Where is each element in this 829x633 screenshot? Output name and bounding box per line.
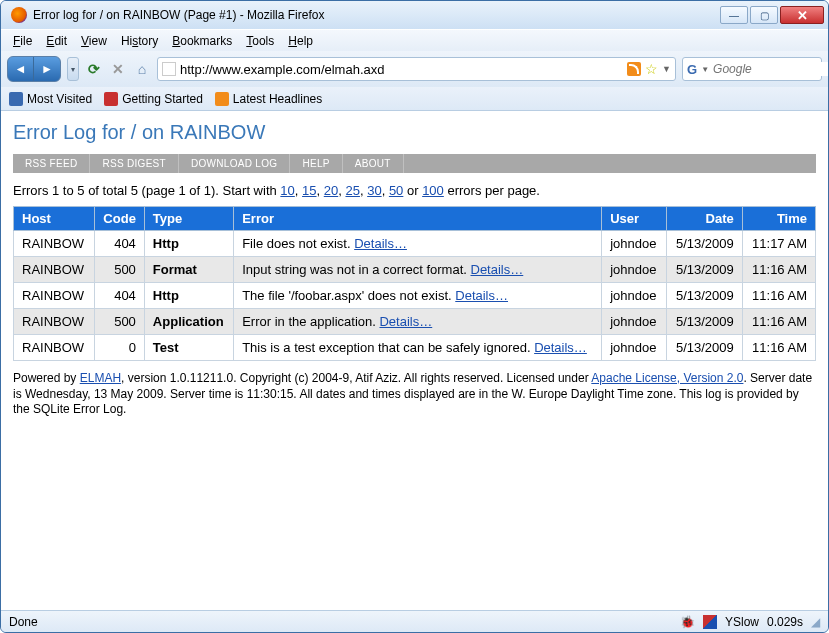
navigation-toolbar: ◄ ► ▾ ⟳ ✕ ⌂ ☆ ▼ G ▼ <box>1 51 828 87</box>
getting-started-icon <box>104 92 118 106</box>
page-size-30[interactable]: 30 <box>367 183 381 198</box>
download-log-link[interactable]: DOWNLOAD LOG <box>179 154 290 173</box>
close-button[interactable]: ✕ <box>780 6 824 24</box>
window-title: Error log for / on RAINBOW (Page #1) - M… <box>33 8 720 22</box>
nav-backforward: ◄ ► <box>7 56 61 82</box>
cell-date: 5/13/2009 <box>666 257 742 283</box>
minimize-button[interactable]: — <box>720 6 748 24</box>
home-button[interactable]: ⌂ <box>133 60 151 78</box>
yslow-icon[interactable] <box>703 615 717 629</box>
search-engine-dropdown-icon[interactable]: ▼ <box>701 65 709 74</box>
about-link[interactable]: ABOUT <box>343 154 404 173</box>
page-size-100[interactable]: 100 <box>422 183 444 198</box>
table-header-row: Host Code Type Error User Date Time <box>14 207 816 231</box>
cell-code: 404 <box>94 231 144 257</box>
resize-grip-icon[interactable]: ◢ <box>811 615 820 629</box>
page-size-50[interactable]: 50 <box>389 183 403 198</box>
menu-edit[interactable]: Edit <box>40 32 73 50</box>
cell-date: 5/13/2009 <box>666 283 742 309</box>
cell-time: 11:16 AM <box>742 309 815 335</box>
reload-button[interactable]: ⟳ <box>85 60 103 78</box>
details-link[interactable]: Details… <box>455 288 508 303</box>
menu-file[interactable]: File <box>7 32 38 50</box>
bookmark-most-visited[interactable]: Most Visited <box>9 92 92 106</box>
bookmark-star-icon[interactable]: ☆ <box>645 61 658 77</box>
cell-error: The file '/foobar.aspx' does not exist. … <box>234 283 602 309</box>
col-code: Code <box>94 207 144 231</box>
col-user: User <box>602 207 666 231</box>
col-time: Time <box>742 207 815 231</box>
statusbar: Done 🐞 YSlow 0.029s ◢ <box>1 610 828 632</box>
page-size-25[interactable]: 25 <box>345 183 359 198</box>
page-size-15[interactable]: 15 <box>302 183 316 198</box>
col-type: Type <box>144 207 233 231</box>
cell-user: johndoe <box>602 309 666 335</box>
error-table: Host Code Type Error User Date Time RAIN… <box>13 206 816 361</box>
menu-view[interactable]: View <box>75 32 113 50</box>
cell-host: RAINBOW <box>14 231 95 257</box>
search-input[interactable] <box>713 62 829 76</box>
pager: Errors 1 to 5 of total 5 (page 1 of 1). … <box>13 183 816 198</box>
license-link[interactable]: Apache License, Version 2.0 <box>591 371 743 385</box>
rss-digest-link[interactable]: RSS DIGEST <box>90 154 179 173</box>
url-input[interactable] <box>180 62 623 77</box>
cell-error: Input string was not in a correct format… <box>234 257 602 283</box>
elmah-link[interactable]: ELMAH <box>80 371 121 385</box>
cell-user: johndoe <box>602 335 666 361</box>
page-title: Error Log for / on RAINBOW <box>13 121 816 144</box>
cell-error: This is a test exception that can be saf… <box>234 335 602 361</box>
cell-type: Http <box>144 231 233 257</box>
menu-history[interactable]: History <box>115 32 164 50</box>
firebug-icon[interactable]: 🐞 <box>680 615 695 629</box>
menu-bookmarks[interactable]: Bookmarks <box>166 32 238 50</box>
cell-host: RAINBOW <box>14 309 95 335</box>
details-link[interactable]: Details… <box>471 262 524 277</box>
url-bar[interactable]: ☆ ▼ <box>157 57 676 81</box>
page-size-10[interactable]: 10 <box>280 183 294 198</box>
help-link[interactable]: HELP <box>290 154 342 173</box>
cell-host: RAINBOW <box>14 335 95 361</box>
page-size-20[interactable]: 20 <box>324 183 338 198</box>
forward-button[interactable]: ► <box>34 57 60 81</box>
url-dropdown-icon[interactable]: ▼ <box>662 64 671 74</box>
cell-time: 11:17 AM <box>742 231 815 257</box>
details-link[interactable]: Details… <box>379 314 432 329</box>
cell-code: 0 <box>94 335 144 361</box>
nav-history-dropdown[interactable]: ▾ <box>67 57 79 81</box>
most-visited-icon <box>9 92 23 106</box>
cell-date: 5/13/2009 <box>666 231 742 257</box>
cell-error: File does not exist. Details… <box>234 231 602 257</box>
cell-type: Application <box>144 309 233 335</box>
cell-error: Error in the application. Details… <box>234 309 602 335</box>
bookmark-latest-headlines[interactable]: Latest Headlines <box>215 92 322 106</box>
search-bar[interactable]: G ▼ <box>682 57 822 81</box>
cell-type: Test <box>144 335 233 361</box>
stop-button[interactable]: ✕ <box>109 60 127 78</box>
cell-type: Http <box>144 283 233 309</box>
table-row: RAINBOW404HttpFile does not exist. Detai… <box>14 231 816 257</box>
rss-feed-link[interactable]: RSS FEED <box>13 154 90 173</box>
table-body: RAINBOW404HttpFile does not exist. Detai… <box>14 231 816 361</box>
google-icon: G <box>687 62 697 77</box>
bookmark-getting-started[interactable]: Getting Started <box>104 92 203 106</box>
cell-code: 500 <box>94 309 144 335</box>
back-button[interactable]: ◄ <box>8 57 34 81</box>
cell-code: 500 <box>94 257 144 283</box>
cell-type: Format <box>144 257 233 283</box>
titlebar: Error log for / on RAINBOW (Page #1) - M… <box>1 1 828 29</box>
footer: Powered by ELMAH, version 1.0.11211.0. C… <box>13 371 816 418</box>
window-buttons: — ▢ ✕ <box>720 6 824 24</box>
yslow-label[interactable]: YSlow <box>725 615 759 629</box>
details-link[interactable]: Details… <box>354 236 407 251</box>
menu-tools[interactable]: Tools <box>240 32 280 50</box>
rss-icon[interactable] <box>627 62 641 76</box>
maximize-button[interactable]: ▢ <box>750 6 778 24</box>
details-link[interactable]: Details… <box>534 340 587 355</box>
toolstrip: RSS FEED RSS DIGEST DOWNLOAD LOG HELP AB… <box>13 154 816 173</box>
bookmarks-toolbar: Most Visited Getting Started Latest Head… <box>1 87 828 111</box>
col-host: Host <box>14 207 95 231</box>
cell-user: johndoe <box>602 231 666 257</box>
menu-help[interactable]: Help <box>282 32 319 50</box>
firefox-icon <box>11 7 27 23</box>
page-icon <box>162 62 176 76</box>
